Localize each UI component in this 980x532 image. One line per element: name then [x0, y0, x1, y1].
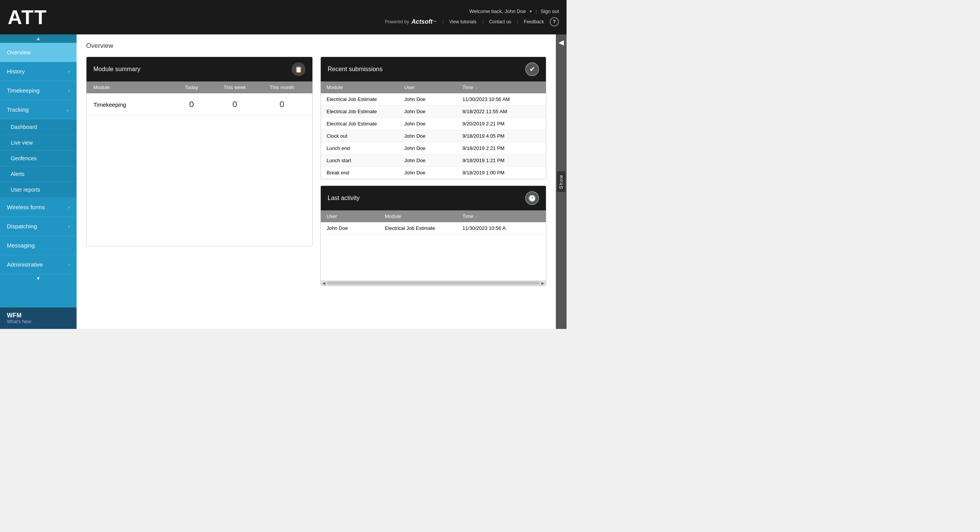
submissions-table-header: Module User Time ⌄ [321, 81, 546, 93]
act-col-header-module: Module [385, 213, 462, 219]
h-scrollbar-track[interactable] [327, 281, 540, 285]
sidebar-item-tracking[interactable]: Tracking ⌄ [0, 100, 77, 119]
last-activity-icon: 🕐 [525, 191, 539, 205]
h-scrollbar[interactable]: ◀ ▶ [321, 280, 546, 286]
help-button[interactable]: ? [550, 17, 559, 26]
clock-icon: 🕐 [528, 195, 536, 202]
module-table-header: Module Today This week This month [87, 81, 312, 93]
module-week: 0 [211, 99, 258, 109]
last-activity-space [321, 234, 546, 280]
submissions-row-1: Electrical Job Estimate John Doe 8/18/20… [321, 106, 546, 118]
submissions-row-4: Lunch end John Doe 9/18/2019 2:21 PM [321, 142, 546, 155]
sidebar-sub-item-alerts[interactable]: Alerts [0, 166, 77, 182]
header-right: Welcome back, John Doe ▾ | Sign out Powe… [385, 8, 559, 26]
app-logo: ATT [8, 6, 47, 29]
header-separator-1: | [536, 8, 537, 14]
sidebar-item-overview-label: Overview [7, 49, 31, 55]
sidebar-item-administrative[interactable]: Administrative › [0, 255, 77, 274]
header-top-row: Welcome back, John Doe ▾ | Sign out [469, 8, 559, 14]
act-col-header-time: Time ⌄ [462, 213, 540, 219]
sub-col-header-module: Module [327, 85, 404, 90]
history-chevron: › [68, 69, 70, 74]
module-name: Timekeeping [93, 101, 172, 108]
recent-submissions-card: Recent submissions ✔ Module User Time ⌄ [320, 57, 546, 179]
submissions-row-2: Electrical Job Estimate John Doe 9/20/20… [321, 118, 546, 130]
dispatching-chevron: › [68, 224, 70, 229]
sidebar-sub-item-user-reports[interactable]: User reports [0, 182, 77, 198]
header-separator-3: | [482, 19, 483, 24]
last-activity-header: Last activity 🕐 [321, 186, 546, 210]
checkmark-icon: ✔ [529, 65, 535, 73]
col-header-today: Today [172, 85, 211, 90]
wireless-forms-chevron: › [68, 205, 70, 210]
sub-col-header-time: Time ⌄ [462, 85, 540, 90]
module-table-row: Timekeeping 0 0 0 [87, 93, 312, 116]
last-activity-title: Last activity [328, 195, 360, 202]
administrative-chevron: › [68, 262, 70, 267]
timekeeping-chevron: › [68, 88, 70, 93]
time-sort-arrow[interactable]: ⌄ [475, 85, 478, 89]
recent-submissions-title: Recent submissions [328, 66, 382, 73]
powered-by: Powered by Actsoft~ [385, 18, 436, 26]
sidebar-sub-item-dashboard[interactable]: Dashboard [0, 119, 77, 135]
sidebar-item-messaging[interactable]: Messaging [0, 236, 77, 255]
header-separator-4: | [517, 19, 518, 24]
user-dropdown-arrow[interactable]: ▾ [530, 9, 532, 13]
sidebar-scroll-down[interactable]: ▼ [0, 274, 77, 283]
activity-time-sort-arrow[interactable]: ⌄ [475, 214, 478, 218]
clipboard-icon: 📋 [295, 66, 302, 73]
sidebar-sub-item-geofences[interactable]: Geofences [0, 151, 77, 166]
act-col-header-user: User [327, 213, 385, 219]
module-summary-header: Module summary 📋 [87, 57, 312, 81]
main-layout: ▲ Overview History › Timekeeping › Track… [0, 34, 567, 329]
sidebar: ▲ Overview History › Timekeeping › Track… [0, 34, 77, 329]
module-card-space [87, 116, 312, 246]
submissions-row-5: Lunch start John Doe 9/18/2019 1:21 PM [321, 155, 546, 167]
sign-out-link[interactable]: Sign out [541, 8, 559, 14]
actsoft-logo: Actsoft~ [412, 18, 437, 26]
welcome-text: Welcome back, John Doe [469, 8, 526, 14]
sidebar-item-history-label: History [7, 68, 25, 75]
activity-table-header: User Module Time ⌄ [321, 210, 546, 222]
show-button[interactable]: Show [557, 171, 565, 192]
header-bottom-row: Powered by Actsoft~ | View tutorials | C… [385, 17, 559, 26]
sidebar-sub-item-liveview[interactable]: Live view [0, 135, 77, 151]
page-title: Overview [86, 42, 546, 50]
content-area: Overview Module summary 📋 Module Today T… [77, 34, 556, 329]
contact-us-link[interactable]: Contact us [489, 19, 511, 24]
module-today: 0 [172, 99, 211, 109]
submissions-row-6: Break end John Doe 9/18/2019 1:00 PM [321, 167, 546, 179]
header-separator-2: | [442, 19, 443, 24]
sub-col-header-user: User [404, 85, 462, 90]
feedback-link[interactable]: Feedback [524, 19, 544, 24]
h-scroll-left-arrow[interactable]: ◀ [322, 281, 325, 285]
back-arrow[interactable]: ◀ [559, 38, 564, 47]
sidebar-item-timekeeping-label: Timekeeping [7, 87, 39, 94]
top-header: ATT Welcome back, John Doe ▾ | Sign out … [0, 0, 567, 34]
module-summary-card: Module summary 📋 Module Today This week … [86, 57, 313, 246]
sidebar-item-timekeeping[interactable]: Timekeeping › [0, 81, 77, 100]
last-activity-card: Last activity 🕐 User Module Time ⌄ John … [320, 185, 546, 286]
submissions-row-0: Electrical Job Estimate John Doe 11/30/2… [321, 93, 546, 106]
sidebar-item-overview[interactable]: Overview [0, 43, 77, 62]
module-summary-icon: 📋 [292, 62, 305, 76]
right-panel[interactable]: ◀ Show [556, 34, 567, 329]
submissions-row-3: Clock out John Doe 9/18/2019 4:05 PM [321, 130, 546, 142]
recent-submissions-header: Recent submissions ✔ [321, 57, 546, 81]
sidebar-bottom-sub[interactable]: What's New [7, 319, 70, 324]
h-scroll-right-arrow[interactable]: ▶ [541, 281, 544, 285]
view-tutorials-link[interactable]: View tutorials [449, 19, 477, 24]
sidebar-item-dispatching[interactable]: Dispatching › [0, 217, 77, 236]
sidebar-item-history[interactable]: History › [0, 62, 77, 81]
module-summary-title: Module summary [93, 66, 140, 73]
tracking-chevron: ⌄ [66, 107, 70, 112]
sidebar-bottom-title: WFM [7, 312, 70, 319]
submissions-body[interactable]: Electrical Job Estimate John Doe 11/30/2… [321, 93, 546, 179]
sidebar-item-wireless-forms[interactable]: Wireless forms › [0, 198, 77, 217]
sidebar-bottom: WFM What's New [0, 307, 77, 329]
sidebar-item-tracking-label: Tracking [7, 106, 29, 113]
sidebar-scroll-up[interactable]: ▲ [0, 34, 77, 43]
submissions-icon: ✔ [525, 62, 539, 76]
module-month: 0 [258, 99, 305, 109]
col-header-week: This week [211, 85, 258, 90]
